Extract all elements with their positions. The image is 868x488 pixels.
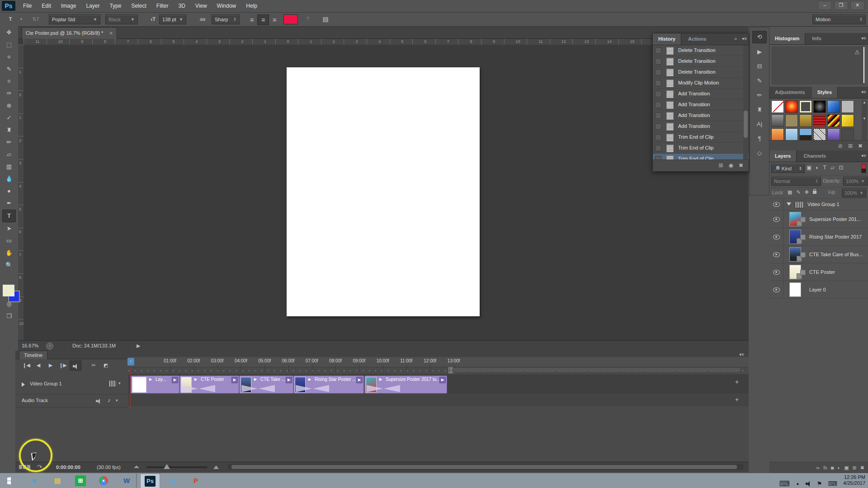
new-layer-icon[interactable]: ⊞ [853, 465, 857, 470]
history-checkbox[interactable] [655, 123, 661, 130]
history-checkbox[interactable] [655, 134, 661, 141]
eyedropper-tool-icon[interactable]: ✑ [3, 88, 15, 99]
delete-state-icon[interactable]: ✖ [739, 162, 743, 169]
menu-select[interactable]: Select [126, 0, 151, 12]
style-swatch-cream-ring[interactable] [799, 100, 812, 113]
history-checkbox[interactable] [655, 102, 661, 108]
style-swatch-gray-gradient[interactable] [771, 114, 784, 127]
history-state[interactable]: Add Transition [653, 121, 749, 132]
menu-image[interactable]: Image [56, 0, 81, 12]
history-scrollbar[interactable] [743, 45, 748, 160]
clip-rising-star-poster-[interactable]: ▶Rising Star Poster ...▶ [293, 375, 364, 394]
action-center-flag-icon[interactable]: ⚑ [817, 480, 822, 487]
tab-info[interactable]: Info [807, 33, 826, 44]
font-family-select[interactable]: Poplar Std▼ [49, 14, 100, 24]
history-checkbox[interactable] [655, 47, 661, 54]
volume-icon[interactable] [806, 481, 811, 486]
clip-motion-icon[interactable]: ▶ [172, 377, 178, 383]
file-explorer[interactable]: ▤ [48, 474, 67, 488]
adjustment-layer-icon[interactable]: ◐ [838, 465, 841, 470]
status-menu-arrow-icon[interactable]: ▶ [137, 341, 140, 351]
blur-tool-icon[interactable]: 💧 [3, 173, 15, 185]
new-snapshot-icon[interactable]: ◉ [728, 162, 733, 169]
visibility-eye-icon[interactable] [773, 270, 780, 275]
track-expand-triangle-icon[interactable] [22, 382, 25, 387]
tab-layers[interactable]: Layers [769, 150, 797, 162]
word[interactable]: W [117, 474, 137, 488]
menu-view[interactable]: View [190, 0, 212, 12]
minimize-button[interactable]: ‒ [818, 1, 832, 10]
collapse-arrows-icon[interactable]: » [734, 36, 737, 41]
menu-window[interactable]: Window [212, 0, 241, 12]
audio-mute-icon[interactable] [96, 399, 101, 403]
style-swatch-red-stripes[interactable] [813, 114, 826, 127]
layer-filter-icons[interactable]: ▣◐T▱⊡ [807, 164, 847, 171]
internet-explorer[interactable]: e [25, 474, 44, 488]
panel-menu-icon[interactable]: ▾≡ [739, 352, 744, 357]
zoom-level[interactable]: 16.67% [22, 341, 38, 351]
style-swatch-orange-glow[interactable] [785, 100, 798, 113]
style-swatch-landscape[interactable] [799, 128, 812, 141]
panel-menu-icon[interactable]: ▾≡ [861, 36, 866, 41]
previous-frame-button[interactable]: ◀ [33, 361, 44, 370]
crop-tool-icon[interactable]: ⌗ [3, 75, 15, 87]
history-panel-icon[interactable]: ⟲ [752, 31, 767, 43]
brush-panel-icon[interactable]: ✏ [753, 89, 766, 101]
clip-cte-take-[interactable]: ▶CTE Take ...▶ [239, 375, 293, 394]
paragraph-panel-icon[interactable]: ¶ [753, 133, 766, 145]
history-checkbox[interactable] [655, 80, 661, 86]
history-checkbox[interactable] [655, 113, 661, 119]
brush-presets-icon[interactable]: ✎ [753, 75, 766, 87]
transition-fade-icon[interactable] [313, 385, 329, 392]
start-button[interactable] [2, 474, 21, 488]
menu-edit[interactable]: Edit [37, 0, 56, 12]
history-state[interactable]: Add Transition [653, 99, 749, 110]
history-checkbox[interactable] [655, 69, 661, 75]
group-expand-triangle-icon[interactable] [787, 202, 791, 206]
zoom-tool-icon[interactable]: 🔍 [3, 259, 15, 271]
first-frame-button[interactable]: ❙◀ [21, 361, 32, 370]
clip-play-icon[interactable]: ▶ [149, 377, 152, 381]
actions-panel-icon[interactable]: ▶ [753, 46, 766, 58]
tab-styles[interactable]: Styles [812, 87, 838, 98]
history-checkbox[interactable] [655, 91, 661, 97]
clone-source-icon[interactable]: ♜ [753, 104, 766, 116]
menu-file[interactable]: File [18, 0, 37, 12]
foreground-color-swatch[interactable] [3, 285, 14, 296]
keyboard-icon[interactable]: ⌨ [779, 479, 790, 488]
close-button[interactable]: ✕ [850, 1, 864, 10]
brush-tool-icon[interactable]: ✓ [3, 112, 15, 124]
menu-type[interactable]: Type [104, 0, 126, 12]
layer-row-supersize-poster-201-[interactable]: Supersize Poster 201... [769, 211, 868, 228]
text-orientation-icon[interactable]: ⇅T [30, 14, 42, 23]
opacity-value[interactable]: 100% ▼ [843, 177, 868, 186]
restore-button[interactable]: ❐ [834, 1, 848, 10]
layer-effects-icon[interactable]: fx [823, 465, 827, 470]
delete-style-icon[interactable]: ✖ [858, 143, 863, 149]
history-checkbox[interactable] [655, 145, 661, 151]
warp-text-icon[interactable]: ⍑ [303, 14, 313, 23]
add-media-button[interactable]: + [733, 396, 741, 404]
timeline-scrollbar[interactable] [451, 368, 741, 372]
zoom-slider-thumb[interactable] [164, 464, 170, 469]
windows-store[interactable]: ⊞ [71, 474, 90, 488]
clip-motion-icon[interactable]: ▶ [231, 377, 238, 383]
clone-stamp-tool-icon[interactable]: ♜ [3, 124, 15, 136]
history-checkbox[interactable] [655, 58, 661, 65]
tab-adjustments[interactable]: Adjustments [769, 87, 811, 98]
move-tool-icon[interactable]: ✥ [3, 27, 15, 38]
menu-filter[interactable]: Filter [151, 0, 174, 12]
network-icon[interactable]: ⌨ [828, 480, 837, 487]
lock-transparency-icon[interactable]: ▦ [788, 189, 792, 195]
marquee-tool-icon[interactable]: ⬚ [3, 39, 15, 51]
clear-style-icon[interactable]: ⊘ [838, 143, 843, 149]
transition-button[interactable]: ◩ [100, 361, 111, 370]
music-note-icon[interactable]: ♪ [108, 397, 111, 404]
font-size-select[interactable]: 138 pt▼ [159, 14, 186, 24]
type-color-swatch[interactable] [283, 14, 298, 24]
type-tool-icon[interactable]: T [2, 210, 16, 222]
style-swatch-black-button[interactable] [813, 100, 826, 113]
hscrollbar-thumb[interactable] [231, 465, 737, 469]
clip-motion-icon[interactable]: ▶ [286, 377, 292, 383]
tab-history[interactable]: History [653, 33, 681, 45]
